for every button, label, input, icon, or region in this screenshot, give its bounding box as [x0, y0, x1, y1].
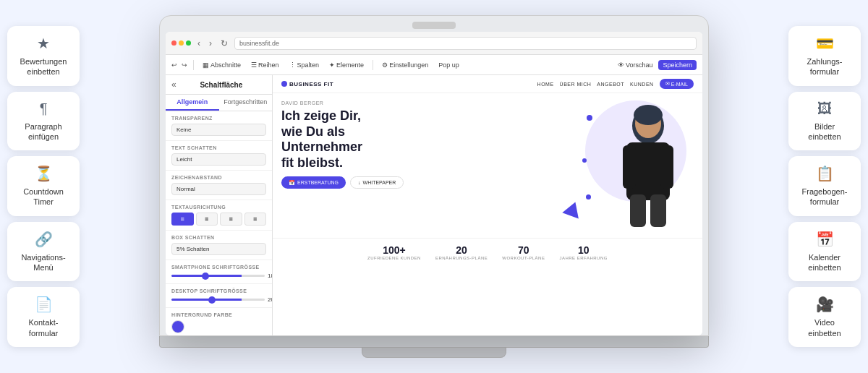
hero-left: DAVID BERGER Ich zeige Dir,wie Du alsUnt…: [281, 100, 563, 231]
redo-icon: ↪: [182, 61, 187, 69]
stat-workout-label: WORKOUT-PLÄNE: [502, 256, 545, 260]
erstberatung-button[interactable]: 📅 ERSTBERATUNG: [281, 176, 346, 189]
stat-kunden-number: 100+: [367, 244, 421, 256]
abschnitte-btn[interactable]: ▦ Abschnitte: [200, 60, 244, 70]
dot-1: [587, 115, 592, 121]
reihen-icon: ☰: [251, 61, 257, 69]
email-icon: ✉: [665, 81, 670, 87]
desktop-font-slider[interactable]: [171, 299, 265, 301]
smartphone-font-slider[interactable]: [171, 275, 265, 277]
whitepaper-button[interactable]: ↓ WHITEPAPER: [350, 176, 404, 189]
form-icon: 📄: [35, 296, 53, 313]
hero-eyebrow: DAVID BERGER: [281, 100, 563, 106]
nav-ueber-mich[interactable]: ÜBER MICH: [560, 82, 592, 87]
hourglass-icon: ⏳: [35, 165, 53, 182]
maximize-dot: [186, 40, 191, 46]
align-right-button[interactable]: ≡: [220, 213, 242, 226]
smartphone-font-value: 18: [268, 273, 273, 279]
card-countdown[interactable]: ⏳ CountdownTimer: [7, 156, 80, 216]
svg-rect-2: [623, 145, 636, 189]
tab-fortgeschritten[interactable]: Fortgeschritten: [219, 95, 273, 111]
nav-kunden[interactable]: KUNDEN: [630, 82, 654, 87]
textschatten-select[interactable]: Leicht: [171, 153, 266, 166]
paragraph-icon: ¶: [40, 100, 48, 117]
download-icon: ↓: [358, 180, 361, 185]
stat-ernaehrung: 20 ERNÄHRUNGS-PLÄNE: [435, 244, 488, 260]
align-left-button[interactable]: ≡: [171, 213, 194, 226]
vorschau-btn[interactable]: 👁 Vorschau: [615, 60, 656, 70]
elemente-icon: ✦: [329, 61, 335, 69]
svg-rect-3: [660, 145, 673, 189]
bg-color-section: HINTERGRUND FARBE: [166, 308, 272, 335]
stat-kunden-label: ZUFRIEDENE KUNDEN: [367, 256, 421, 260]
svg-rect-5: [650, 194, 666, 227]
website-preview: BUSINESS FIT HOME ÜBER MICH ANGEBOT KUND…: [273, 75, 702, 335]
settings-icon: ⚙: [382, 61, 388, 69]
site-logo: BUSINESS FIT: [281, 81, 333, 87]
smartphone-font-section: SMARTPHONE SCHRIFTGRÖSSE 18: [166, 260, 272, 284]
stats-bar: 100+ ZUFRIEDENE KUNDEN 20 ERNÄHRUNGS-PLÄ…: [273, 238, 702, 266]
forward-button[interactable]: ›: [207, 37, 214, 50]
hero-right: [563, 100, 694, 231]
desktop-slider-row: 20: [171, 296, 266, 303]
zeichenabstand-section: ZEICHENABSTAND Normal: [166, 171, 272, 200]
textschatten-label: TEXT SCHATTEN: [171, 145, 266, 150]
toolbar-separator-2: [373, 60, 373, 70]
card-bilder[interactable]: 🖼 Bildereinbetten: [788, 92, 861, 151]
refresh-button[interactable]: ↻: [218, 37, 230, 50]
nav-cta-button[interactable]: ✉ E-MAIL: [660, 79, 694, 89]
site-nav-links: HOME ÜBER MICH ANGEBOT KUNDEN ✉ E-MAIL: [537, 79, 694, 89]
browser-bar: ‹ › ↻ businessfit.de: [166, 32, 702, 55]
smartphone-slider-row: 18: [171, 273, 266, 279]
bg-color-label: HINTERGRUND FARBE: [171, 312, 266, 317]
align-center-button[interactable]: ≡: [196, 213, 218, 226]
url-bar[interactable]: businessfit.de: [234, 37, 697, 50]
align-justify-button[interactable]: ≡: [244, 213, 267, 226]
panel-tabs: Allgemein Fortgeschritten: [166, 95, 272, 111]
card-kalender[interactable]: 📅 Kalendereinbetten: [788, 222, 861, 282]
card-kontakt[interactable]: 📄 Kontakt-formular: [7, 287, 80, 347]
stat-kunden: 100+ ZUFRIEDENE KUNDEN: [367, 244, 421, 260]
tab-allgemein[interactable]: Allgemein: [166, 95, 219, 111]
panel-header: « Schaltfläche: [166, 75, 272, 95]
desktop-font-value: 20: [268, 296, 273, 303]
card-bewertungen[interactable]: ★ Bewertungen einbetten: [7, 26, 80, 86]
nav-angebot[interactable]: ANGEBOT: [597, 82, 624, 87]
laptop-notch: [412, 22, 456, 29]
desktop-font-label: DESKTOP SCHRIFTGRÖSSE: [171, 288, 266, 293]
card-video[interactable]: 🎥 Videoeinbetten: [788, 287, 861, 347]
smartphone-font-label: SMARTPHONE SCHRIFTGRÖSSE: [171, 265, 266, 270]
card-zahlung[interactable]: 💳 Zahlungs-formular: [788, 26, 861, 86]
back-button[interactable]: ‹: [195, 37, 203, 50]
video-icon: 🎥: [816, 296, 834, 313]
site-nav: BUSINESS FIT HOME ÜBER MICH ANGEBOT KUND…: [273, 75, 702, 93]
stat-workout-number: 70: [502, 244, 545, 256]
panel-title: Schaltfläche: [200, 81, 242, 89]
elemente-btn[interactable]: ✦ Elemente: [326, 60, 367, 70]
reihen-btn[interactable]: ☰ Reihen: [248, 60, 282, 70]
textausrichtung-label: TEXTAUSRICHTUNG: [171, 205, 266, 210]
zeichenabstand-select[interactable]: Normal: [171, 183, 266, 195]
toolbar-separator: [193, 60, 194, 70]
bg-color-swatch[interactable]: [171, 320, 184, 333]
card-navigation[interactable]: 🔗 Navigations-Menü: [7, 222, 80, 282]
svg-rect-4: [630, 194, 646, 227]
preview-icon: 👁: [618, 61, 624, 69]
spalten-btn[interactable]: ⋮ Spalten: [286, 60, 323, 70]
speichern-btn[interactable]: Speichern: [658, 60, 697, 70]
stat-jahre-number: 10: [559, 244, 608, 256]
panel-close-button[interactable]: «: [171, 80, 176, 90]
transparenz-select[interactable]: Keine: [171, 124, 266, 136]
card-paragraph[interactable]: ¶ Paragrapheinfügen: [7, 92, 80, 151]
textausrichtung-section: TEXTAUSRICHTUNG ≡ ≡ ≡ ≡: [166, 200, 272, 231]
popup-btn[interactable]: Pop up: [435, 60, 462, 70]
editor-panel: « Schaltfläche Allgemein Fortgeschritten…: [166, 75, 273, 335]
card-bilder-label: Bildereinbetten: [808, 121, 841, 142]
nav-home[interactable]: HOME: [537, 82, 554, 87]
link-icon: 🔗: [35, 231, 53, 248]
einstellungen-btn[interactable]: ⚙ Einstellungen: [379, 60, 431, 70]
boxschatten-select[interactable]: 5% Schatten: [171, 243, 266, 255]
textschatten-section: TEXT SCHATTEN Leicht: [166, 141, 272, 171]
card-fragebogen[interactable]: 📋 Fragebogen-formular: [788, 156, 861, 216]
payment-icon: 💳: [816, 35, 834, 52]
